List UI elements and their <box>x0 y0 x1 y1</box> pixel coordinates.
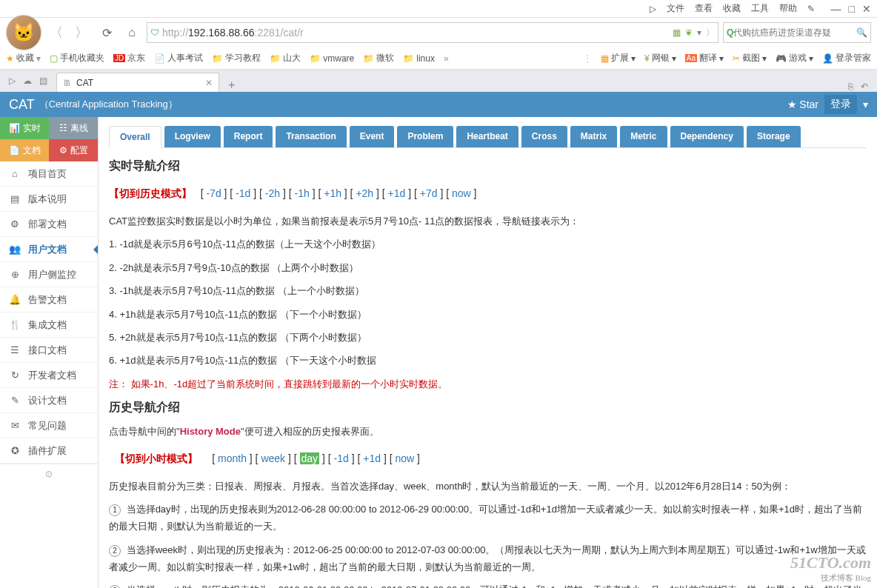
go-icon[interactable]: 〉 <box>706 27 715 39</box>
bookmark-study[interactable]: 📁学习教程 <box>212 52 261 64</box>
nav-tab[interactable]: Cross <box>521 126 567 147</box>
side-menu-item[interactable]: 🔔告警文档 <box>0 287 98 313</box>
side-menu-item[interactable]: ☰接口文档 <box>0 338 98 363</box>
nav-tab[interactable]: Transaction <box>276 126 346 147</box>
side-btn-config[interactable]: ⚙ 配置 <box>49 139 98 161</box>
tab-undo-icon[interactable]: ↶ <box>861 81 868 92</box>
dropdown-icon[interactable]: ▾ <box>697 27 701 38</box>
time-link[interactable]: +1d <box>388 187 406 199</box>
nav-tab[interactable]: Logview <box>164 126 221 147</box>
section2-para3: 3 当选择month时，则历史报表的为：2012-06-01 00:00:00 … <box>109 581 867 588</box>
ext-games[interactable]: 🎮游戏 ▾ <box>776 52 813 64</box>
bookmark-more[interactable]: » <box>444 53 449 64</box>
nav-tab[interactable]: Report <box>224 126 273 147</box>
time-link[interactable]: week <box>261 452 285 464</box>
ext-login[interactable]: 👤登录管家 <box>822 52 871 64</box>
side-menu-item[interactable]: ⌂项目首页 <box>0 161 98 187</box>
side-menu-item[interactable]: 👥用户文档 <box>0 237 98 262</box>
close-window-icon[interactable]: ✕ <box>862 3 871 15</box>
side-menu-item[interactable]: ↻开发者文档 <box>0 363 98 388</box>
time-link[interactable]: +2h <box>356 187 373 199</box>
menu-play-icon[interactable]: ▷ <box>650 4 656 14</box>
maximize-icon[interactable]: □ <box>849 3 855 15</box>
time-link[interactable]: +7d <box>420 187 438 199</box>
search-box[interactable]: Q 🔍 <box>723 22 871 43</box>
nav-tab[interactable]: Metric <box>620 126 667 147</box>
tab-cloud-icon[interactable]: ☁ <box>23 76 32 86</box>
side-menu-item[interactable]: ▤版本说明 <box>0 187 98 212</box>
switch-hour-mode[interactable]: 【切到小时模式】 <box>115 452 198 464</box>
bookmark-fav[interactable]: ★收藏 ▾ <box>6 52 41 64</box>
ext-bank[interactable]: ¥网银 ▾ <box>644 52 676 64</box>
time-link[interactable]: -1d <box>236 187 250 199</box>
refresh-button[interactable]: ⟳ <box>96 22 117 43</box>
bookmark-jd[interactable]: JD京东 <box>113 52 145 64</box>
bookmark-exam[interactable]: 📄人事考试 <box>154 52 203 64</box>
bookmark-sd[interactable]: 📁山大 <box>270 52 301 64</box>
tab-close-icon[interactable]: ✕ <box>205 78 213 88</box>
time-link[interactable]: month <box>218 452 247 464</box>
ext-translate[interactable]: Aa翻译 ▾ <box>685 52 724 64</box>
time-link[interactable]: -7d <box>206 187 221 199</box>
menu-tools[interactable]: 工具 <box>751 2 769 15</box>
menu-help[interactable]: 帮助 <box>779 2 797 15</box>
time-link[interactable]: -1h <box>295 187 310 199</box>
menu-fav[interactable]: 收藏 <box>723 2 741 15</box>
time-link[interactable]: +1d <box>363 452 381 464</box>
time-link[interactable]: now <box>452 187 471 199</box>
menu-clip-icon[interactable]: ✎ <box>807 4 815 14</box>
home-button[interactable]: ⌂ <box>121 22 142 43</box>
qr-icon[interactable]: ▦ <box>673 27 681 38</box>
ext-screenshot[interactable]: ✂截图 ▾ <box>733 52 767 64</box>
time-link[interactable]: +1h <box>324 187 341 199</box>
profile-avatar[interactable]: 🐱 <box>6 15 41 50</box>
nav-tab[interactable]: Matrix <box>570 126 617 147</box>
tab-list-icon[interactable]: ▤ <box>39 76 47 86</box>
side-menu-item[interactable]: 🍴集成文档 <box>0 313 98 338</box>
search-icon[interactable]: 🔍 <box>856 27 867 38</box>
bookmark-vmware[interactable]: 📁vmware <box>310 53 354 64</box>
search-input[interactable] <box>733 27 856 38</box>
header-dropdown-icon[interactable]: ▾ <box>863 98 868 110</box>
address-bar-row: 🐱 〈 〉 ⟳ ⌂ 🛡 http://192.168.88.66:2281/ca… <box>0 18 877 47</box>
nav-tab[interactable]: Storage <box>747 126 801 147</box>
star-button[interactable]: ★ Star <box>787 98 818 110</box>
time-link[interactable]: -2h <box>265 187 280 199</box>
nav-tab[interactable]: Event <box>350 126 395 147</box>
sidebar-collapse[interactable]: ⊙ <box>0 464 98 484</box>
side-menu-item[interactable]: ✪插件扩展 <box>0 438 98 464</box>
time-link[interactable]: -1d <box>334 452 349 464</box>
url-input[interactable]: 🛡 http://192.168.88.66:2281/cat/r ▦ ❦ ▾ … <box>147 22 718 43</box>
side-menu-item[interactable]: ✎设计文档 <box>0 388 98 413</box>
bookmark-linux[interactable]: 📁linux <box>403 53 435 64</box>
menu-file[interactable]: 文件 <box>667 2 684 15</box>
section1-line: 3. -1h就是表示5月7号10点-11点的数据 （上一个小时数据） <box>109 282 867 299</box>
nav-tab[interactable]: Heartbeat <box>456 126 518 147</box>
side-menu-item[interactable]: ✉常见问题 <box>0 413 98 438</box>
side-menu-item[interactable]: ⊕用户侧监控 <box>0 262 98 287</box>
new-tab-button[interactable]: + <box>224 78 239 92</box>
browser-tab[interactable]: 🗎 CAT ✕ <box>56 73 219 92</box>
bookmark-ms[interactable]: 📁微软 <box>363 52 394 64</box>
time-link[interactable]: day <box>300 452 320 464</box>
tab-restore-icon[interactable]: ⎘ <box>848 81 853 92</box>
minimize-icon[interactable]: — <box>831 3 841 15</box>
login-button[interactable]: 登录 <box>824 95 857 114</box>
side-menu-item[interactable]: ⚙部署文档 <box>0 212 98 237</box>
side-btn-realtime[interactable]: 📊 实时 <box>0 117 49 139</box>
nav-tab[interactable]: Problem <box>397 126 453 147</box>
switch-history-mode[interactable]: 【切到历史模式】 <box>109 187 192 199</box>
forward-button[interactable]: 〉 <box>71 22 92 43</box>
nav-tab[interactable]: Overall <box>109 126 161 148</box>
leaf-icon[interactable]: ❦ <box>685 27 693 38</box>
side-btn-doc[interactable]: 📄 文档 <box>0 139 49 161</box>
nav-tab[interactable]: Dependency <box>670 126 744 147</box>
side-btn-offline[interactable]: ☷ 离线 <box>49 117 98 139</box>
tab-play-icon[interactable]: ▷ <box>9 76 16 86</box>
ext-extensions[interactable]: ▦扩展 ▾ <box>601 52 636 64</box>
url-text: http://192.168.88.66:2281/cat/r <box>162 27 673 39</box>
menu-view[interactable]: 查看 <box>695 2 713 15</box>
back-button[interactable]: 〈 <box>46 22 67 43</box>
bookmark-mobile[interactable]: ▢手机收藏夹 <box>50 52 104 64</box>
time-link[interactable]: now <box>395 452 414 464</box>
